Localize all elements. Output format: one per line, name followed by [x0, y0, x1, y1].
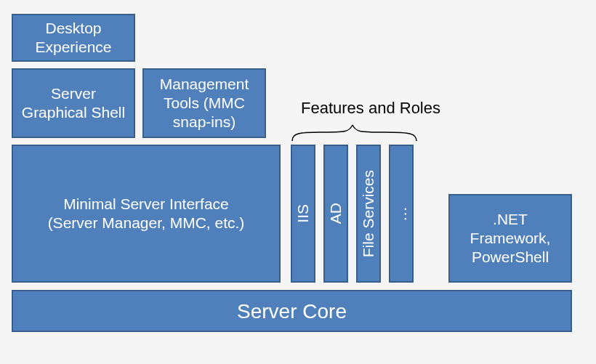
block-ad-label: AD [326, 203, 345, 224]
block-management-tools: Management Tools (MMC snap-ins) [142, 68, 266, 138]
block-desktop-experience-label: Desktop Experience [35, 19, 111, 57]
block-more-features: … [389, 145, 414, 283]
block-iis-label: IIS [294, 204, 313, 223]
block-server-graphical-shell-label: Server Graphical Shell [22, 84, 125, 123]
block-minimal-server-interface: Minimal Server Interface (Server Manager… [12, 145, 281, 283]
features-and-roles-text: Features and Roles [301, 99, 440, 117]
block-management-tools-label: Management Tools (MMC snap-ins) [160, 75, 249, 132]
block-more-features-label: … [392, 206, 411, 222]
block-minimal-server-interface-label: Minimal Server Interface (Server Manager… [48, 195, 245, 233]
block-desktop-experience: Desktop Experience [12, 14, 135, 62]
block-server-core-label: Server Core [237, 299, 347, 324]
block-dotnet-label: .NET Framework, PowerShell [470, 210, 551, 267]
block-iis: IIS [291, 145, 315, 283]
block-file-services-label: File Services [359, 170, 378, 257]
block-dotnet: .NET Framework, PowerShell [448, 194, 572, 283]
block-file-services: File Services [356, 145, 381, 283]
block-server-core: Server Core [12, 290, 572, 332]
block-ad: AD [323, 145, 348, 283]
curly-brace-icon [291, 121, 418, 142]
block-server-graphical-shell: Server Graphical Shell [12, 68, 135, 138]
features-and-roles-label: Features and Roles [294, 99, 447, 118]
